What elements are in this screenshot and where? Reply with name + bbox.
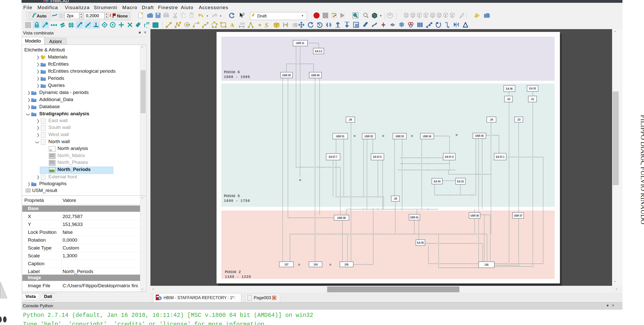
- svg-text:EA 34: EA 34: [434, 180, 441, 183]
- svg-text:=: =: [298, 263, 300, 267]
- svg-text:=: =: [456, 133, 458, 137]
- svg-text:USR 11: USR 11: [296, 42, 304, 45]
- svg-text:USR 38: USR 38: [337, 217, 346, 219]
- svg-text:PERIOD 2: PERIOD 2: [225, 270, 241, 274]
- svg-text:1690 - 1750: 1690 - 1750: [224, 199, 250, 203]
- svg-text:USR 40: USR 40: [311, 74, 320, 77]
- svg-text:FreeCAD: FreeCAD: [50, 0, 69, 3]
- svg-text:-21: -21: [531, 98, 534, 101]
- svg-text:124: 124: [240, 22, 244, 25]
- svg-text:EA 35: EA 35: [417, 241, 424, 244]
- svg-text:A: A: [230, 22, 235, 28]
- svg-text:x: x: [445, 14, 446, 17]
- svg-text:USR 35: USR 35: [475, 135, 484, 137]
- svg-text:-22: -22: [507, 98, 510, 101]
- svg-text:USR 33: USR 33: [395, 135, 404, 138]
- svg-text:=: =: [299, 178, 301, 182]
- svg-text:134: 134: [314, 263, 318, 266]
- svg-text:-26: -26: [348, 118, 352, 121]
- svg-text:1180 - 1220: 1180 - 1220: [225, 275, 251, 279]
- svg-text:EA 57.7: EA 57.7: [329, 156, 337, 158]
- svg-text:USR 32: USR 32: [364, 135, 373, 138]
- svg-text:x: x: [425, 14, 426, 17]
- svg-text:USR 41: USR 41: [410, 216, 419, 219]
- svg-text:=: =: [382, 134, 384, 138]
- svg-text:S: S: [265, 22, 268, 28]
- svg-text:x: x: [418, 14, 420, 17]
- svg-text:USR 31: USR 31: [336, 135, 344, 138]
- svg-text:EA 32: EA 32: [457, 180, 464, 183]
- svg-text:137: 137: [284, 263, 289, 266]
- svg-text:135: 135: [484, 263, 489, 266]
- svg-text:-25: -25: [394, 197, 397, 200]
- svg-text:136: 136: [344, 263, 349, 266]
- svg-text:EA 57.3: EA 57.3: [445, 156, 454, 158]
- svg-text:∟: ∟: [146, 25, 149, 28]
- svg-text:-24: -24: [490, 118, 493, 121]
- svg-text:EA 57.1: EA 57.1: [496, 156, 504, 158]
- svg-text:EA 2.2: EA 2.2: [315, 50, 322, 53]
- svg-text:USR 39: USR 39: [282, 74, 291, 77]
- svg-text:=: =: [354, 134, 356, 138]
- svg-text:x: x: [451, 14, 453, 17]
- svg-text:1800 - 1900: 1800 - 1900: [224, 75, 250, 79]
- svg-text:USR 36: USR 36: [470, 214, 479, 217]
- svg-text:USR 37: USR 37: [514, 214, 522, 217]
- svg-text:=: =: [329, 263, 331, 267]
- svg-text:PERIOD 5: PERIOD 5: [224, 194, 240, 198]
- svg-text:EA 36: EA 36: [506, 87, 513, 90]
- svg-text:EA 33: EA 33: [529, 87, 536, 90]
- svg-text:EA 57.5: EA 57.5: [373, 156, 382, 158]
- svg-text:USR 34: USR 34: [423, 135, 431, 138]
- svg-text:?: ?: [242, 12, 245, 17]
- svg-text:PERIOD 6: PERIOD 6: [224, 70, 240, 74]
- svg-text:-23: -23: [517, 118, 520, 121]
- svg-text:=: =: [411, 134, 413, 138]
